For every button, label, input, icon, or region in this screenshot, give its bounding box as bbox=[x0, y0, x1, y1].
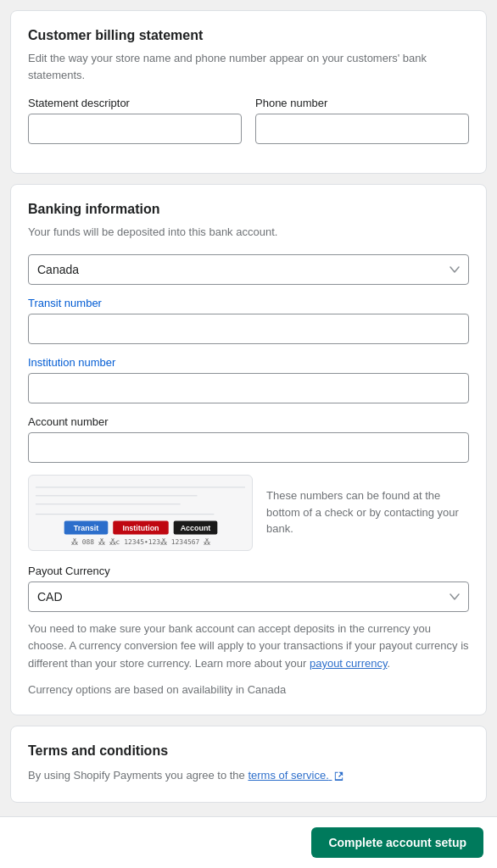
institution-input[interactable] bbox=[28, 373, 469, 403]
phone-number-label: Phone number bbox=[255, 97, 469, 109]
banking-title: Banking information bbox=[28, 202, 469, 217]
cheque-help-text: These numbers can be found at the bottom… bbox=[266, 487, 469, 537]
complete-account-setup-button[interactable]: Complete account setup bbox=[311, 827, 483, 858]
terms-title: Terms and conditions bbox=[28, 743, 469, 759]
statement-descriptor-label: Statement descriptor bbox=[28, 97, 242, 109]
transit-input[interactable] bbox=[28, 314, 469, 344]
svg-text:Account: Account bbox=[181, 523, 211, 531]
billing-description: Edit the way your store name and phone n… bbox=[28, 50, 469, 83]
currency-info-text: You need to make sure your bank account … bbox=[28, 620, 469, 673]
external-link-icon bbox=[333, 771, 344, 782]
currency-note: Currency options are based on availabili… bbox=[28, 682, 469, 698]
billing-card: Customer billing statement Edit the way … bbox=[10, 10, 487, 174]
svg-text:Institution: Institution bbox=[122, 523, 159, 531]
payout-currency-link[interactable]: payout currency bbox=[310, 657, 388, 670]
phone-number-input[interactable] bbox=[255, 114, 469, 144]
terms-text: By using Shopify Payments you agree to t… bbox=[28, 767, 469, 785]
transit-label: Transit number bbox=[28, 297, 469, 309]
footer-bar: Complete account setup bbox=[0, 816, 497, 868]
svg-text:⁂ 088 ⁂  ⁂c 12345∙123⁂  123456: ⁂ 088 ⁂ ⁂c 12345∙123⁂ 1234567 ⁂ bbox=[71, 538, 210, 546]
account-input[interactable] bbox=[28, 432, 469, 463]
terms-card: Terms and conditions By using Shopify Pa… bbox=[10, 726, 487, 803]
svg-text:Transit: Transit bbox=[74, 523, 98, 531]
institution-label: Institution number bbox=[28, 356, 469, 369]
country-select[interactable]: Canada bbox=[28, 254, 469, 285]
payout-currency-label: Payout Currency bbox=[28, 565, 469, 577]
billing-title: Customer billing statement bbox=[28, 28, 469, 43]
banking-card: Banking information Your funds will be d… bbox=[10, 184, 487, 715]
cheque-section: Transit Institution Account ⁂ 088 ⁂ ⁂c 1… bbox=[28, 475, 469, 551]
cheque-diagram: Transit Institution Account ⁂ 088 ⁂ ⁂c 1… bbox=[28, 475, 253, 551]
payout-currency-select[interactable]: CAD bbox=[28, 581, 469, 612]
statement-descriptor-input[interactable] bbox=[28, 114, 242, 144]
banking-description: Your funds will be deposited into this b… bbox=[28, 224, 469, 241]
account-label: Account number bbox=[28, 415, 469, 428]
terms-of-service-link[interactable]: terms of service. bbox=[248, 769, 344, 782]
